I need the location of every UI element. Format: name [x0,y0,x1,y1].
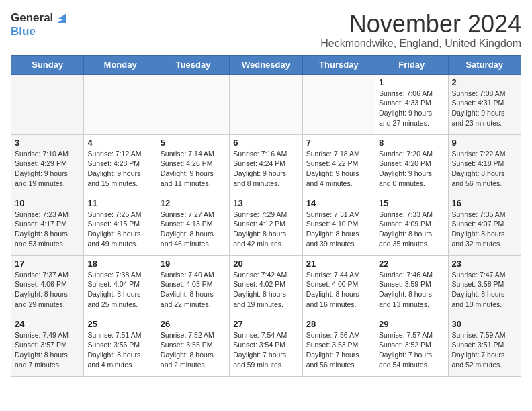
day-number: 15 [379,198,444,208]
day-info: Sunrise: 7:10 AM Sunset: 4:29 PM Dayligh… [15,149,80,189]
calendar-cell: 25Sunrise: 7:51 AM Sunset: 3:56 PM Dayli… [84,316,157,376]
day-info: Sunrise: 7:06 AM Sunset: 4:33 PM Dayligh… [379,89,444,128]
calendar-week-1: 1Sunrise: 7:06 AM Sunset: 4:33 PM Daylig… [11,74,521,134]
day-info: Sunrise: 7:49 AM Sunset: 3:57 PM Dayligh… [15,330,80,370]
calendar-cell: 19Sunrise: 7:40 AM Sunset: 4:03 PM Dayli… [157,255,229,316]
calendar-cell: 21Sunrise: 7:44 AM Sunset: 4:00 PM Dayli… [302,255,375,316]
day-number: 18 [87,259,152,269]
page-header: General Blue November 2024 Heckmondwike,… [11,11,521,50]
day-info: Sunrise: 7:16 AM Sunset: 4:24 PM Dayligh… [233,149,298,189]
day-info: Sunrise: 7:08 AM Sunset: 4:31 PM Dayligh… [452,89,517,128]
logo-general: General [11,12,53,25]
day-number: 1 [379,77,444,87]
day-info: Sunrise: 7:12 AM Sunset: 4:28 PM Dayligh… [87,149,152,189]
calendar-cell: 15Sunrise: 7:33 AM Sunset: 4:09 PM Dayli… [375,195,448,255]
calendar-cell: 20Sunrise: 7:42 AM Sunset: 4:02 PM Dayli… [230,255,302,316]
day-number: 24 [15,319,80,329]
calendar-cell: 22Sunrise: 7:46 AM Sunset: 3:59 PM Dayli… [375,255,448,316]
day-info: Sunrise: 7:51 AM Sunset: 3:56 PM Dayligh… [87,330,152,370]
day-number: 13 [233,198,298,208]
calendar-cell: 6Sunrise: 7:16 AM Sunset: 4:24 PM Daylig… [230,134,302,195]
day-number: 20 [233,259,298,269]
calendar-week-5: 24Sunrise: 7:49 AM Sunset: 3:57 PM Dayli… [11,316,521,376]
calendar-week-2: 3Sunrise: 7:10 AM Sunset: 4:29 PM Daylig… [11,134,521,195]
day-number: 9 [452,138,517,148]
logo-triangle-icon [54,11,69,26]
day-info: Sunrise: 7:37 AM Sunset: 4:06 PM Dayligh… [15,270,80,310]
day-number: 29 [379,319,444,329]
calendar-week-4: 17Sunrise: 7:37 AM Sunset: 4:06 PM Dayli… [11,255,521,316]
month-title: November 2024 [320,11,521,38]
weekday-header-saturday: Saturday [448,55,521,74]
calendar-cell: 7Sunrise: 7:18 AM Sunset: 4:22 PM Daylig… [302,134,375,195]
day-info: Sunrise: 7:42 AM Sunset: 4:02 PM Dayligh… [233,270,298,310]
day-info: Sunrise: 7:33 AM Sunset: 4:09 PM Dayligh… [379,210,444,249]
weekday-header-friday: Friday [375,55,448,74]
calendar-cell: 29Sunrise: 7:57 AM Sunset: 3:52 PM Dayli… [375,316,448,376]
calendar-cell: 17Sunrise: 7:37 AM Sunset: 4:06 PM Dayli… [11,255,84,316]
day-number: 5 [161,138,226,148]
calendar-table: SundayMondayTuesdayWednesdayThursdayFrid… [11,55,521,377]
calendar-cell: 1Sunrise: 7:06 AM Sunset: 4:33 PM Daylig… [375,74,448,134]
calendar-cell: 30Sunrise: 7:59 AM Sunset: 3:51 PM Dayli… [448,316,521,376]
calendar-cell [302,74,375,134]
day-number: 2 [452,77,517,87]
day-number: 16 [452,198,517,208]
logo-blue: Blue [11,26,69,38]
calendar-cell: 27Sunrise: 7:54 AM Sunset: 3:54 PM Dayli… [230,316,302,376]
day-info: Sunrise: 7:29 AM Sunset: 4:12 PM Dayligh… [233,210,298,249]
calendar-cell: 14Sunrise: 7:31 AM Sunset: 4:10 PM Dayli… [302,195,375,255]
weekday-header-row: SundayMondayTuesdayWednesdayThursdayFrid… [11,55,521,74]
day-info: Sunrise: 7:56 AM Sunset: 3:53 PM Dayligh… [306,330,371,370]
day-number: 28 [306,319,371,329]
calendar-cell: 11Sunrise: 7:25 AM Sunset: 4:15 PM Dayli… [84,195,157,255]
day-number: 7 [306,138,371,148]
day-info: Sunrise: 7:59 AM Sunset: 3:51 PM Dayligh… [452,330,517,370]
calendar-cell: 18Sunrise: 7:38 AM Sunset: 4:04 PM Dayli… [84,255,157,316]
weekday-header-tuesday: Tuesday [157,55,229,74]
calendar-cell: 12Sunrise: 7:27 AM Sunset: 4:13 PM Dayli… [157,195,229,255]
calendar-cell: 16Sunrise: 7:35 AM Sunset: 4:07 PM Dayli… [448,195,521,255]
day-info: Sunrise: 7:14 AM Sunset: 4:26 PM Dayligh… [161,149,226,189]
day-info: Sunrise: 7:35 AM Sunset: 4:07 PM Dayligh… [452,210,517,249]
calendar-cell [157,74,229,134]
calendar-cell: 4Sunrise: 7:12 AM Sunset: 4:28 PM Daylig… [84,134,157,195]
day-info: Sunrise: 7:25 AM Sunset: 4:15 PM Dayligh… [87,210,152,249]
day-info: Sunrise: 7:40 AM Sunset: 4:03 PM Dayligh… [161,270,226,310]
day-number: 25 [87,319,152,329]
weekday-header-wednesday: Wednesday [230,55,302,74]
day-info: Sunrise: 7:20 AM Sunset: 4:20 PM Dayligh… [379,149,444,189]
day-number: 17 [15,259,80,269]
calendar-cell: 2Sunrise: 7:08 AM Sunset: 4:31 PM Daylig… [448,74,521,134]
day-info: Sunrise: 7:18 AM Sunset: 4:22 PM Dayligh… [306,149,371,189]
calendar-cell [84,74,157,134]
day-number: 30 [452,319,517,329]
day-number: 27 [233,319,298,329]
calendar-cell: 3Sunrise: 7:10 AM Sunset: 4:29 PM Daylig… [11,134,84,195]
weekday-header-sunday: Sunday [11,55,84,74]
day-info: Sunrise: 7:22 AM Sunset: 4:18 PM Dayligh… [452,149,517,189]
day-info: Sunrise: 7:52 AM Sunset: 3:55 PM Dayligh… [161,330,226,370]
day-number: 3 [15,138,80,148]
day-number: 19 [161,259,226,269]
day-number: 12 [161,198,226,208]
day-info: Sunrise: 7:31 AM Sunset: 4:10 PM Dayligh… [306,210,371,249]
calendar-cell: 8Sunrise: 7:20 AM Sunset: 4:20 PM Daylig… [375,134,448,195]
location: Heckmondwike, England, United Kingdom [320,38,521,50]
day-number: 14 [306,198,371,208]
day-info: Sunrise: 7:46 AM Sunset: 3:59 PM Dayligh… [379,270,444,310]
day-number: 23 [452,259,517,269]
calendar-cell: 9Sunrise: 7:22 AM Sunset: 4:18 PM Daylig… [448,134,521,195]
day-info: Sunrise: 7:57 AM Sunset: 3:52 PM Dayligh… [379,330,444,370]
calendar-cell: 13Sunrise: 7:29 AM Sunset: 4:12 PM Dayli… [230,195,302,255]
calendar-cell: 24Sunrise: 7:49 AM Sunset: 3:57 PM Dayli… [11,316,84,376]
day-number: 11 [87,198,152,208]
calendar-cell [11,74,84,134]
calendar-cell [230,74,302,134]
title-block: November 2024 Heckmondwike, England, Uni… [320,11,521,50]
calendar-week-3: 10Sunrise: 7:23 AM Sunset: 4:17 PM Dayli… [11,195,521,255]
day-info: Sunrise: 7:54 AM Sunset: 3:54 PM Dayligh… [233,330,298,370]
day-number: 10 [15,198,80,208]
day-info: Sunrise: 7:47 AM Sunset: 3:58 PM Dayligh… [452,270,517,310]
day-number: 21 [306,259,371,269]
